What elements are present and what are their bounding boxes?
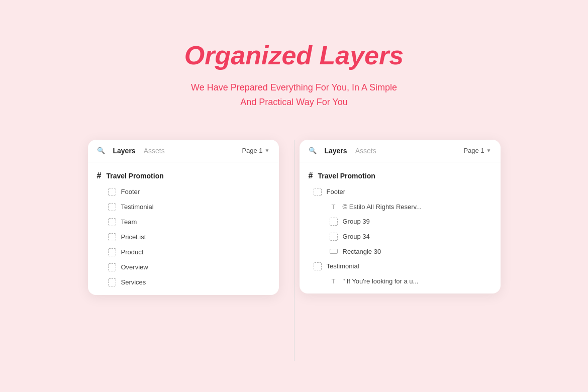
item-label: PriceList xyxy=(121,233,146,241)
footer-label: Footer xyxy=(327,188,346,195)
list-item[interactable]: Testimonial xyxy=(88,200,279,215)
item-label: Group 34 xyxy=(343,233,370,240)
item-label: © Estilo All Rights Reserv... xyxy=(343,203,422,211)
frame-icon-right: # xyxy=(309,171,313,180)
text-icon: T xyxy=(330,203,338,211)
list-item[interactable]: Services xyxy=(88,275,279,290)
page-label-right: Page 1 xyxy=(463,147,484,154)
list-item[interactable]: Product xyxy=(88,245,279,260)
subtitle-line1: We Have Prepared Everything For You, In … xyxy=(191,82,397,92)
item-label: Rectangle 30 xyxy=(343,248,381,255)
item-label: " If You're looking for a u... xyxy=(343,277,419,285)
tab-assets-right[interactable]: Assets xyxy=(355,147,376,155)
frame-row-right[interactable]: # Travel Promotion xyxy=(300,167,501,184)
dashed-rect-icon xyxy=(108,203,116,211)
panels-container: 🔍 Layers Assets Page 1 ▼ # Travel Promot… xyxy=(0,140,588,361)
search-icon[interactable]: 🔍 xyxy=(97,147,105,154)
dashed-rect-icon xyxy=(314,188,322,196)
frame-name-right: Travel Promotion xyxy=(318,172,375,180)
dashed-rect-icon xyxy=(314,262,322,270)
list-item[interactable]: Team xyxy=(88,215,279,230)
dashed-rect-icon xyxy=(108,233,116,241)
list-item[interactable]: T © Estilo All Rights Reserv... xyxy=(300,200,501,214)
item-label: Services xyxy=(121,278,146,286)
left-panel: 🔍 Layers Assets Page 1 ▼ # Travel Promot… xyxy=(88,140,279,295)
item-label: Footer xyxy=(121,188,140,195)
list-item[interactable]: Group 39 xyxy=(300,214,501,229)
right-panel-body: # Travel Promotion Footer T © Estilo All… xyxy=(300,162,501,293)
testimonial-label: Testimonial xyxy=(327,262,359,270)
item-label: Group 39 xyxy=(343,218,370,225)
tab-layers-right[interactable]: Layers xyxy=(325,147,347,155)
list-item[interactable]: T " If You're looking for a u... xyxy=(300,274,501,288)
tab-layers-left[interactable]: Layers xyxy=(113,147,136,155)
page-subtitle: We Have Prepared Everything For You, In … xyxy=(191,80,397,110)
rect-icon xyxy=(330,249,338,254)
chevron-down-icon-left: ▼ xyxy=(265,148,270,153)
item-label: Team xyxy=(121,218,137,226)
item-label: Overview xyxy=(121,263,148,271)
page-title: Organized Layers xyxy=(184,40,404,70)
right-panel-header: 🔍 Layers Assets Page 1 ▼ xyxy=(300,140,501,162)
dashed-rect-icon xyxy=(108,248,116,256)
list-item[interactable]: Overview xyxy=(88,260,279,275)
search-icon-right[interactable]: 🔍 xyxy=(309,147,317,154)
dashed-rect-icon xyxy=(108,278,116,286)
right-panel: 🔍 Layers Assets Page 1 ▼ # Travel Promot… xyxy=(300,140,501,293)
footer-section-header[interactable]: Footer xyxy=(300,184,501,200)
list-item[interactable]: Rectangle 30 xyxy=(300,244,501,259)
list-item[interactable]: Footer xyxy=(88,184,279,200)
dashed-rect-icon xyxy=(330,218,338,226)
subtitle-line2: And Practical Way For You xyxy=(240,97,347,107)
chevron-down-icon-right: ▼ xyxy=(486,148,492,153)
frame-name-left: Travel Promotion xyxy=(106,172,163,180)
page-label-left: Page 1 xyxy=(242,147,262,154)
page-selector-right[interactable]: Page 1 ▼ xyxy=(463,147,491,154)
list-item[interactable]: PriceList xyxy=(88,230,279,245)
text-icon: T xyxy=(330,277,338,285)
list-item[interactable]: Group 34 xyxy=(300,229,501,244)
dashed-rect-icon xyxy=(330,233,338,241)
frame-icon-left: # xyxy=(97,171,102,180)
tab-assets-left[interactable]: Assets xyxy=(144,147,165,155)
left-panel-header: 🔍 Layers Assets Page 1 ▼ xyxy=(88,140,279,162)
frame-row-left[interactable]: # Travel Promotion xyxy=(88,167,279,184)
dashed-rect-icon xyxy=(108,218,116,226)
vertical-divider xyxy=(294,140,295,361)
left-panel-body: # Travel Promotion Footer Testimonial Te… xyxy=(88,162,279,295)
page-selector-left[interactable]: Page 1 ▼ xyxy=(242,147,269,154)
item-label: Product xyxy=(121,248,144,256)
testimonial-section-header[interactable]: Testimonial xyxy=(300,259,501,274)
dashed-rect-icon xyxy=(108,263,116,271)
dashed-rect-icon xyxy=(108,188,116,196)
item-label: Testimonial xyxy=(121,203,154,211)
